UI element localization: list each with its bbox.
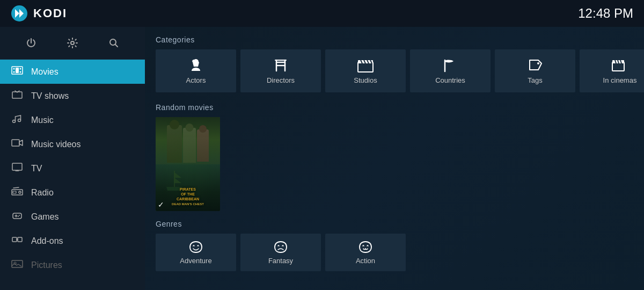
category-tile-in-cinemas-label: In cinemas <box>603 76 637 84</box>
categories-title: Categories <box>156 35 633 44</box>
clock-display: 12:48 PM <box>578 6 633 21</box>
svg-point-17 <box>19 191 21 193</box>
main-layout: Movies TV shows <box>0 27 644 290</box>
sidebar-item-music-videos[interactable]: Music videos <box>0 132 145 156</box>
svg-rect-14 <box>12 140 19 146</box>
sidebar-top-icons <box>0 27 145 60</box>
genre-tile-adventure-label: Adventure <box>180 257 211 265</box>
games-icon <box>11 211 24 222</box>
genre-tile-fantasy[interactable]: Fantasy <box>240 234 321 271</box>
category-tile-tags-label: Tags <box>528 76 542 84</box>
kodi-logo-text: KODI <box>33 6 67 20</box>
category-tile-countries[interactable]: Countries <box>410 49 491 92</box>
category-tile-countries-label: Countries <box>435 76 465 84</box>
sidebar-item-add-ons-label: Add-ons <box>31 236 63 246</box>
movie-checkmark: ✓ <box>158 200 164 209</box>
sidebar-item-movies-label: Movies <box>31 67 58 77</box>
search-button[interactable] <box>104 33 123 53</box>
random-movies-title: Random movies <box>156 103 633 112</box>
category-tile-actors-label: Actors <box>186 76 206 84</box>
power-button[interactable] <box>21 33 41 53</box>
sidebar: Movies TV shows <box>0 27 145 290</box>
sidebar-item-add-ons[interactable]: Add-ons <box>0 229 145 253</box>
genre-tile-adventure[interactable]: Adventure <box>156 234 236 271</box>
svg-rect-18 <box>13 191 16 193</box>
svg-rect-10 <box>16 68 19 73</box>
sidebar-item-pictures[interactable]: Pictures <box>0 253 145 277</box>
kodi-logo-icon <box>11 5 28 22</box>
actors-icon <box>187 58 204 73</box>
svg-point-39 <box>537 62 539 64</box>
svg-point-3 <box>71 41 74 45</box>
in-cinemas-icon <box>610 58 630 73</box>
settings-button[interactable] <box>63 33 82 53</box>
sidebar-item-pictures-label: Pictures <box>31 260 62 270</box>
category-tile-actors[interactable]: Actors <box>156 49 236 92</box>
genres-row: Adventure Fantasy <box>156 234 633 271</box>
action-icon <box>357 240 374 254</box>
movie-title-overlay: PIRATESOF THECARIBBEANDEAD MAN'S CHEST <box>156 187 220 207</box>
svg-rect-11 <box>12 92 22 98</box>
studios-icon <box>356 58 375 73</box>
sidebar-item-tv-shows-label: TV shows <box>31 91 69 101</box>
sidebar-item-movies[interactable]: Movies <box>0 60 145 84</box>
category-tile-studios-label: Studios <box>354 76 377 84</box>
sidebar-nav: Movies TV shows <box>0 60 145 290</box>
sidebar-item-tv[interactable]: TV <box>0 156 145 180</box>
sidebar-item-music[interactable]: Music <box>0 108 145 132</box>
svg-rect-23 <box>18 237 22 242</box>
sidebar-item-music-videos-label: Music videos <box>31 140 80 149</box>
tv-icon <box>11 163 24 174</box>
svg-rect-32 <box>358 62 373 72</box>
top-bar: KODI 12:48 PM <box>0 0 644 27</box>
content-area: Categories Actors <box>145 27 644 290</box>
category-tile-studios[interactable]: Studios <box>325 49 406 92</box>
genre-tile-fantasy-label: Fantasy <box>268 257 293 265</box>
category-tile-in-cinemas[interactable]: In cinemas <box>580 49 644 92</box>
svg-rect-22 <box>12 237 17 242</box>
svg-rect-15 <box>12 163 22 170</box>
svg-point-7 <box>13 71 15 73</box>
sidebar-item-radio-label: Radio <box>31 188 54 198</box>
tv-shows-icon <box>11 90 24 102</box>
add-ons-icon <box>11 235 24 247</box>
svg-rect-40 <box>612 62 624 71</box>
sidebar-item-tv-label: TV <box>31 164 42 173</box>
sidebar-item-games[interactable]: Games <box>0 205 145 229</box>
categories-row: Actors Directors <box>156 49 633 92</box>
music-icon <box>11 114 24 126</box>
tags-icon <box>526 58 544 73</box>
random-movies-section: Random movies <box>156 103 633 211</box>
svg-point-6 <box>13 68 15 70</box>
svg-point-20 <box>19 215 20 216</box>
sidebar-item-tv-shows[interactable]: TV shows <box>0 84 145 108</box>
adventure-icon <box>188 240 204 254</box>
movie-poster[interactable]: PIRATESOF THECARIBBEANDEAD MAN'S CHEST ✓ <box>156 117 220 211</box>
svg-point-9 <box>20 71 21 73</box>
genre-tile-action-label: Action <box>356 257 375 265</box>
fantasy-icon <box>273 240 289 254</box>
svg-point-26 <box>193 59 199 64</box>
movies-icon <box>11 66 24 77</box>
radio-icon <box>11 187 24 198</box>
countries-icon <box>442 58 459 73</box>
directors-icon <box>272 58 289 73</box>
category-tile-tags[interactable]: Tags <box>495 49 575 92</box>
category-tile-directors-label: Directors <box>267 76 295 84</box>
category-tile-directors[interactable]: Directors <box>240 49 321 92</box>
pictures-icon <box>11 259 24 271</box>
music-videos-icon <box>11 139 24 150</box>
sidebar-item-radio[interactable]: Radio <box>0 180 145 205</box>
sidebar-item-games-label: Games <box>31 212 59 222</box>
logo-area: KODI <box>11 5 67 22</box>
svg-point-8 <box>20 68 21 70</box>
genres-title: Genres <box>156 220 633 228</box>
sidebar-item-music-label: Music <box>31 115 54 125</box>
svg-point-21 <box>18 216 19 217</box>
pirates-caribbean-poster: PIRATESOF THECARIBBEANDEAD MAN'S CHEST <box>156 117 220 211</box>
genre-tile-action[interactable]: Action <box>325 234 406 271</box>
